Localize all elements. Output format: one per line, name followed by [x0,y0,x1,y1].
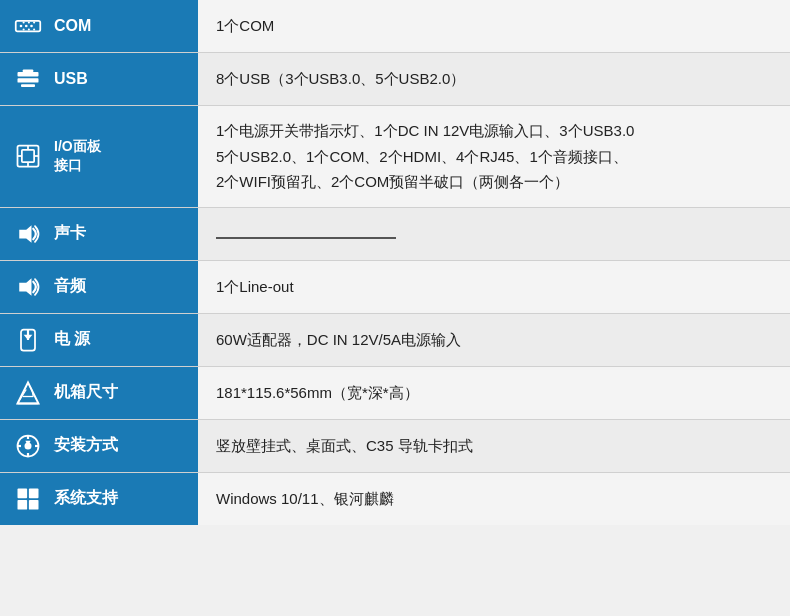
svg-point-2 [25,25,28,28]
sound-icon [12,218,44,250]
label-text-size: 机箱尺寸 [54,382,118,403]
value-cell-usb: 8个USB（3个USB3.0、5个USB2.0） [198,53,790,106]
label-cell-io: I/O面板接口 [0,106,198,208]
value-text-os: Windows 10/11、银河麒麟 [216,490,394,507]
label-cell-soundcard: 声卡 [0,207,198,260]
svg-rect-11 [18,78,39,82]
value-text-usb: 8个USB（3个USB3.0、5个USB2.0） [216,70,465,87]
label-text-power: 电 源 [54,329,90,350]
value-cell-audio: 1个Line-out [198,260,790,313]
value-text-audio: 1个Line-out [216,278,294,295]
svg-marker-20 [19,225,31,243]
row-os: 系统支持Windows 10/11、银河麒麟 [0,472,790,525]
svg-rect-35 [29,488,39,498]
svg-rect-37 [29,499,39,509]
label-text-io: I/O面板接口 [54,137,101,176]
svg-rect-12 [21,84,35,87]
row-io: I/O面板接口1个电源开关带指示灯、1个DC IN 12V电源输入口、3个USB… [0,106,790,208]
usb-icon [12,63,44,95]
label-text-install: 安装方式 [54,435,118,456]
row-usb: USB8个USB（3个USB3.0、5个USB2.0） [0,53,790,106]
label-cell-install: 安装方式 [0,419,198,472]
svg-marker-24 [24,334,33,339]
svg-point-5 [28,21,30,23]
value-cell-soundcard [198,207,790,260]
label-cell-usb: USB [0,53,198,106]
row-audio: 音频1个Line-out [0,260,790,313]
svg-point-4 [23,21,25,23]
windows-icon [12,483,44,515]
soundcard-underline [216,223,396,239]
svg-point-1 [20,25,23,28]
value-text-io: 1个电源开关带指示灯、1个DC IN 12V电源输入口、3个USB3.05个US… [216,122,634,190]
power-icon [12,324,44,356]
value-text-size: 181*115.6*56mm（宽*深*高） [216,384,419,401]
spec-table: COM1个COM USB8个USB（3个USB3.0、5个USB2.0） I/O… [0,0,790,525]
io-icon [12,140,44,172]
value-cell-size: 181*115.6*56mm（宽*深*高） [198,366,790,419]
label-text-usb: USB [54,70,88,88]
label-text-com: COM [54,17,91,35]
label-cell-os: 系统支持 [0,472,198,525]
value-text-install: 竖放壁挂式、桌面式、C35 导轨卡扣式 [216,437,473,454]
svg-rect-13 [23,69,34,73]
com-icon [12,10,44,42]
row-power: 电 源60W适配器，DC IN 12V/5A电源输入 [0,313,790,366]
value-cell-io: 1个电源开关带指示灯、1个DC IN 12V电源输入口、3个USB3.05个US… [198,106,790,208]
install-icon [12,430,44,462]
label-cell-size: 机箱尺寸 [0,366,198,419]
svg-rect-15 [22,150,34,162]
sound-icon [12,271,44,303]
svg-point-3 [30,25,33,28]
value-cell-com: 1个COM [198,0,790,53]
svg-rect-36 [18,499,28,509]
value-cell-os: Windows 10/11、银河麒麟 [198,472,790,525]
label-text-audio: 音频 [54,276,86,297]
svg-point-8 [28,28,30,30]
label-cell-power: 电 源 [0,313,198,366]
label-cell-audio: 音频 [0,260,198,313]
value-cell-install: 竖放壁挂式、桌面式、C35 导轨卡扣式 [198,419,790,472]
row-com: COM1个COM [0,0,790,53]
svg-marker-21 [19,278,31,296]
label-cell-com: COM [0,0,198,53]
svg-point-9 [33,28,35,30]
row-size: 机箱尺寸181*115.6*56mm（宽*深*高） [0,366,790,419]
value-text-power: 60W适配器，DC IN 12V/5A电源输入 [216,331,461,348]
size-icon [12,377,44,409]
label-text-os: 系统支持 [54,488,118,509]
svg-point-6 [33,21,35,23]
row-install: 安装方式竖放壁挂式、桌面式、C35 导轨卡扣式 [0,419,790,472]
label-text-soundcard: 声卡 [54,223,86,244]
svg-point-7 [23,28,25,30]
svg-rect-34 [18,488,28,498]
value-text-com: 1个COM [216,17,274,34]
value-cell-power: 60W适配器，DC IN 12V/5A电源输入 [198,313,790,366]
row-soundcard: 声卡 [0,207,790,260]
